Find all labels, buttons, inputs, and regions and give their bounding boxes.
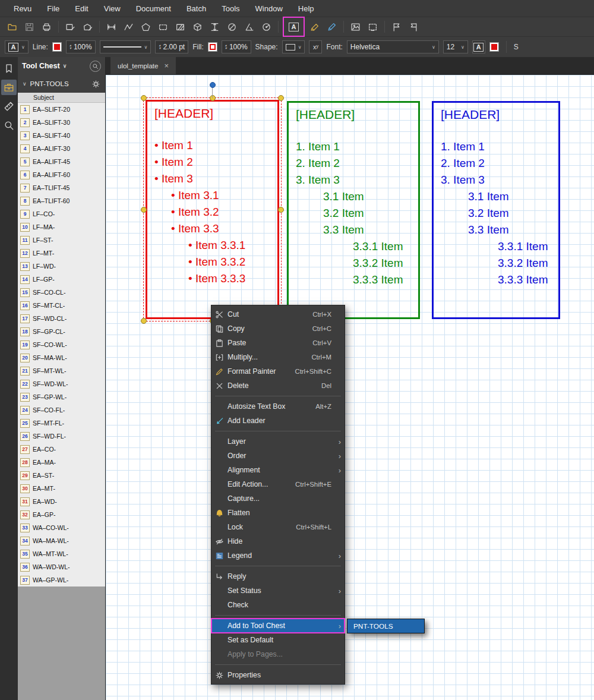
font-family-combo[interactable]: Helvetica ∨ bbox=[347, 40, 439, 53]
context-menu-item-alignment[interactable]: Alignment› bbox=[211, 463, 345, 477]
pnt-tools-group-header[interactable]: ∨ PNT-TOOLS bbox=[18, 75, 105, 93]
bullet-list-text-box[interactable]: [HEADER]• Item 1• Item 2• Item 3• Item 3… bbox=[146, 100, 279, 319]
context-menu-item-multiply[interactable]: Multiply...Ctrl+M bbox=[211, 350, 345, 364]
context-menu-item-reply[interactable]: Reply bbox=[211, 569, 345, 584]
bookmarks-button[interactable] bbox=[1, 61, 17, 76]
search-button[interactable] bbox=[1, 118, 17, 133]
context-menu-item-cut[interactable]: CutCtrl+X bbox=[211, 307, 345, 321]
context-menu-item-copy[interactable]: CopyCtrl+C bbox=[211, 321, 345, 336]
tool-item-sf-mt-fl[interactable]: 25SF–MT-FL- bbox=[18, 417, 105, 430]
context-menu-item-hide[interactable]: Hide bbox=[211, 534, 345, 548]
tool-item-wa-gp-wl[interactable]: 37WA–GP-WL- bbox=[18, 573, 105, 587]
tool-item-lf-mt[interactable]: 12LF–MT- bbox=[18, 247, 105, 260]
submenu-item-pnt-tools[interactable]: PNT-TOOLS bbox=[347, 619, 424, 633]
numbered-list-text-box-green[interactable]: [HEADER]1. Item 12. Item 23. Item 33.1 I… bbox=[287, 101, 420, 319]
tool-item-ea-slift-20[interactable]: 1EA–SLIFT-20 bbox=[18, 103, 105, 116]
tool-item-ea-slift-40[interactable]: 3EA–SLIFT-40 bbox=[18, 129, 105, 142]
context-menu-item-paste[interactable]: PasteCtrl+V bbox=[211, 336, 345, 350]
tool-item-ea-gp[interactable]: 32EA–GP- bbox=[18, 508, 105, 521]
tool-item-ea-alift-60[interactable]: 6EA–ALIFT-60 bbox=[18, 168, 105, 181]
tab-ulol-template[interactable]: ulol_template × bbox=[110, 57, 176, 74]
print-button[interactable] bbox=[38, 19, 55, 34]
pen-button[interactable] bbox=[323, 19, 340, 34]
menu-tools[interactable]: Tools bbox=[214, 0, 247, 17]
tool-item-ea-st[interactable]: 29EA–ST- bbox=[18, 469, 105, 482]
menu-document[interactable]: Document bbox=[128, 0, 179, 17]
menu-edit[interactable]: Edit bbox=[67, 0, 96, 17]
tool-item-wa-mt-wl[interactable]: 35WA–MT-WL- bbox=[18, 547, 105, 560]
close-tab-icon[interactable]: × bbox=[164, 61, 169, 70]
tool-item-lf-gp[interactable]: 14LF–GP- bbox=[18, 273, 105, 286]
measure-radius-button[interactable] bbox=[258, 19, 275, 34]
tool-item-sf-mt-wl[interactable]: 21SF–MT-WL- bbox=[18, 364, 105, 377]
fill-opacity-stepper[interactable]: ▴▾ 100% bbox=[222, 40, 251, 53]
rotation-handle[interactable] bbox=[210, 82, 216, 88]
measure-rectangle-button[interactable] bbox=[154, 19, 172, 34]
menu-file[interactable]: File bbox=[39, 0, 67, 17]
tool-chest-title[interactable]: Tool Chest bbox=[22, 62, 60, 70]
numbered-list-text-box-blue[interactable]: [HEADER]1. Item 12. Item 23. Item 33.1 I… bbox=[432, 101, 560, 319]
context-menu-item-order[interactable]: Order› bbox=[211, 449, 345, 463]
tool-item-lf-co[interactable]: 9LF–CO- bbox=[18, 207, 105, 220]
font-size-combo[interactable]: 12 ∨ bbox=[443, 40, 468, 53]
tool-item-sf-co-fl[interactable]: 24SF–CO-FL- bbox=[18, 403, 105, 417]
tool-item-sf-mt-cl[interactable]: 16SF–MT-CL- bbox=[18, 299, 105, 312]
tool-item-ea-alift-30[interactable]: 4EA–ALIFT-30 bbox=[18, 142, 105, 155]
text-color-swatch[interactable] bbox=[489, 42, 499, 52]
tool-item-lf-st[interactable]: 11LF–ST- bbox=[18, 234, 105, 247]
tool-item-ea-wd[interactable]: 31EA–WD- bbox=[18, 495, 105, 508]
context-menu-item-add-leader[interactable]: Add Leader bbox=[211, 414, 345, 428]
tool-item-lf-ma[interactable]: 10LF–MA- bbox=[18, 220, 105, 234]
context-menu-item-autosize-text-box[interactable]: Autosize Text BoxAlt+Z bbox=[211, 399, 345, 414]
context-menu-item-properties[interactable]: Properties bbox=[211, 668, 345, 682]
place-flag-button[interactable] bbox=[388, 19, 405, 34]
measure-angle-button[interactable] bbox=[241, 19, 258, 34]
tool-item-ea-slift-30[interactable]: 2EA–SLIFT-30 bbox=[18, 116, 105, 129]
menu-window[interactable]: Window bbox=[248, 0, 290, 17]
subject-column-header[interactable]: Subject bbox=[18, 93, 105, 103]
tool-item-sf-wd-cl[interactable]: 17SF–WD-CL- bbox=[18, 312, 105, 325]
context-menu-item-flatten[interactable]: Flatten bbox=[211, 506, 345, 520]
tool-item-ea-co[interactable]: 27EA–CO- bbox=[18, 443, 105, 456]
context-menu-item-legend[interactable]: Legend› bbox=[211, 548, 345, 563]
line-opacity-stepper[interactable]: ▴▾ 100% bbox=[66, 40, 96, 53]
context-menu-item-check[interactable]: Check bbox=[211, 598, 345, 612]
tool-item-lf-wd[interactable]: 13LF–WD- bbox=[18, 260, 105, 273]
fill-color-swatch[interactable] bbox=[208, 42, 217, 52]
tool-item-sf-co-wl[interactable]: 19SF–CO-WL- bbox=[18, 338, 105, 351]
tool-item-sf-ma-wl[interactable]: 20SF–MA-WL- bbox=[18, 351, 105, 364]
document-canvas[interactable]: [HEADER]• Item 1• Item 2• Item 3• Item 3… bbox=[106, 75, 594, 700]
search-button[interactable] bbox=[90, 61, 101, 72]
tool-item-ea-alift-45[interactable]: 5EA–ALIFT-45 bbox=[18, 155, 105, 168]
context-menu-item-set-as-default[interactable]: Set as Default bbox=[211, 633, 345, 647]
stepper-arrows-icon[interactable]: ▴▾ bbox=[225, 44, 227, 51]
line-width-stepper[interactable]: ▴▾ 2.00 pt bbox=[155, 40, 188, 53]
stepper-arrows-icon[interactable]: ▴▾ bbox=[159, 44, 160, 51]
measure-volume-button[interactable] bbox=[189, 19, 206, 34]
measurements-button[interactable] bbox=[1, 99, 17, 114]
tool-item-ea-tlift-45[interactable]: 7EA–TLIFT-45 bbox=[18, 181, 105, 194]
tool-item-sf-wd-wl[interactable]: 22SF–WD-WL- bbox=[18, 377, 105, 390]
sketch-polygon-button[interactable] bbox=[79, 19, 96, 34]
menu-help[interactable]: Help bbox=[290, 0, 322, 17]
context-menu-item-layer[interactable]: Layer› bbox=[211, 434, 345, 449]
measure-diameter-button[interactable] bbox=[223, 19, 241, 34]
save-button[interactable] bbox=[21, 19, 38, 34]
tool-item-wa-co-wl[interactable]: 33WA–CO-WL- bbox=[18, 521, 105, 534]
text-style-combo[interactable]: A ∨ bbox=[5, 40, 29, 53]
tool-item-wa-ma-wl[interactable]: 34WA–MA-WL- bbox=[18, 534, 105, 547]
open-folder-button[interactable] bbox=[4, 19, 21, 34]
superscript-button[interactable]: xʸ bbox=[309, 40, 322, 53]
tool-item-sf-wd-fl[interactable]: 26SF–WD-FL- bbox=[18, 430, 105, 443]
sketch-rectangle-button[interactable] bbox=[62, 19, 79, 34]
tool-item-sf-co-cl[interactable]: 15SF–CO-CL- bbox=[18, 286, 105, 299]
measure-polygon-button[interactable] bbox=[137, 19, 154, 34]
highlighter-button[interactable] bbox=[306, 19, 323, 34]
image-button[interactable] bbox=[347, 19, 364, 34]
context-menu-item-format-painter[interactable]: Format PainterCtrl+Shift+C bbox=[211, 364, 345, 379]
tool-item-sf-gp-wl[interactable]: 23SF–GP-WL- bbox=[18, 390, 105, 403]
tool-item-ea-ma[interactable]: 28EA–MA- bbox=[18, 456, 105, 469]
tool-item-wa-wd-wl[interactable]: 36WA–WD-WL- bbox=[18, 560, 105, 573]
context-menu-item-add-to-tool-chest[interactable]: Add to Tool Chest› bbox=[211, 619, 345, 633]
line-style-combo[interactable]: ∨ bbox=[100, 40, 151, 53]
